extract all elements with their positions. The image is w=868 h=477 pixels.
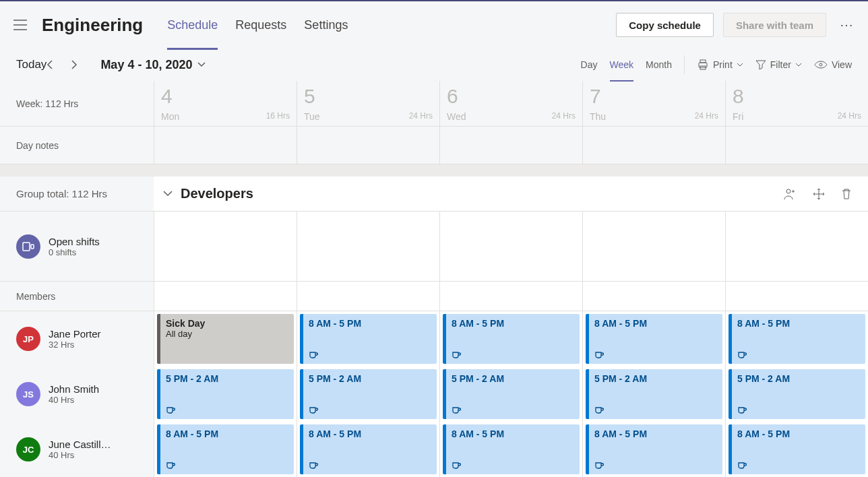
team-title: Engineering [42, 15, 143, 36]
shift-block[interactable]: 8 AM - 5 PM [300, 314, 437, 364]
shift-block[interactable]: 8 AM - 5 PM [443, 314, 580, 364]
tab-requests[interactable]: Requests [235, 1, 286, 49]
shift-label: 8 AM - 5 PM [594, 428, 717, 439]
empty-cell[interactable] [725, 282, 868, 311]
shift-block[interactable]: 5 PM - 2 AM [157, 369, 294, 419]
member-cell[interactable]: JP Jane Porter 32 Hrs [0, 311, 154, 367]
shift-cell[interactable]: 8 AM - 5 PM [725, 422, 868, 477]
shift-cell[interactable]: 5 PM - 2 AM [297, 367, 439, 422]
topbar: Engineering Schedule Requests Settings C… [0, 1, 868, 49]
filter-button[interactable]: Filter [755, 59, 802, 70]
shift-block[interactable]: 5 PM - 2 AM [728, 369, 865, 419]
open-shifts-icon [16, 234, 40, 259]
day-header[interactable]: 6 Wed 24 Hrs [439, 81, 582, 126]
add-person-icon[interactable] [783, 188, 797, 200]
subbar-right: Day Week Month Print Filter View [581, 49, 852, 81]
member-name: June Castill… [49, 439, 111, 450]
shift-cell[interactable]: 5 PM - 2 AM [154, 367, 297, 422]
empty-cell[interactable] [297, 212, 439, 281]
empty-cell[interactable] [582, 212, 725, 281]
copy-schedule-button[interactable]: Copy schedule [616, 13, 714, 37]
more-icon[interactable]: ⋯ [836, 17, 857, 33]
break-icon [737, 350, 747, 360]
share-button: Share with team [723, 13, 826, 37]
empty-cell[interactable] [439, 282, 582, 311]
tab-settings[interactable]: Settings [304, 1, 348, 49]
move-icon[interactable] [813, 188, 825, 200]
range-week[interactable]: Week [610, 49, 634, 81]
empty-cell[interactable] [582, 282, 725, 311]
break-icon [309, 406, 318, 415]
shift-block[interactable]: 8 AM - 5 PM [443, 424, 580, 474]
member-cell[interactable]: JS John Smith 40 Hrs [0, 367, 154, 422]
day-header[interactable]: 5 Tue 24 Hrs [297, 81, 439, 126]
range-day[interactable]: Day [581, 49, 598, 81]
shift-cell[interactable]: 8 AM - 5 PM [439, 422, 582, 477]
day-header-row: Week: 112 Hrs 4 Mon 16 Hrs5 Tue 24 Hrs6 … [0, 81, 868, 127]
filter-label: Filter [770, 59, 791, 70]
shift-block[interactable]: 8 AM - 5 PM [728, 314, 865, 364]
shift-block[interactable]: 8 AM - 5 PM [300, 424, 437, 474]
shift-cell[interactable]: 5 PM - 2 AM [439, 367, 582, 422]
empty-cell[interactable] [725, 127, 868, 164]
shift-cell[interactable]: 8 AM - 5 PM [439, 311, 582, 367]
shift-block[interactable]: 8 AM - 5 PM [586, 424, 722, 474]
shift-cell[interactable]: 8 AM - 5 PM [582, 311, 725, 367]
day-header[interactable]: 8 Fri 24 Hrs [725, 81, 868, 126]
shift-cell[interactable]: 8 AM - 5 PM [154, 422, 297, 477]
empty-cell[interactable] [582, 127, 725, 164]
day-notes-row: Day notes [0, 127, 868, 164]
members-label: Members [0, 282, 154, 311]
member-cell[interactable]: JC June Castill… 40 Hrs [0, 422, 154, 477]
range-month[interactable]: Month [646, 49, 672, 81]
hamburger-icon[interactable] [11, 15, 30, 34]
empty-cell[interactable] [154, 282, 297, 311]
open-shifts-cell[interactable]: Open shifts 0 shifts [0, 212, 154, 281]
empty-cell[interactable] [297, 127, 439, 164]
break-icon [309, 461, 318, 470]
range-tabs: Day Week Month [581, 49, 672, 81]
date-caret-icon[interactable] [197, 62, 206, 67]
day-header[interactable]: 4 Mon 16 Hrs [154, 81, 297, 126]
members-header: Members [0, 282, 868, 311]
day-header[interactable]: 7 Thu 24 Hrs [582, 81, 725, 126]
break-icon [594, 461, 604, 470]
date-range[interactable]: May 4 - 10, 2020 [100, 58, 192, 72]
shift-cell[interactable]: 5 PM - 2 AM [582, 367, 725, 422]
tab-schedule[interactable]: Schedule [167, 1, 218, 49]
shift-block[interactable]: 8 AM - 5 PM [728, 424, 865, 474]
shift-cell[interactable]: Sick DayAll day [154, 311, 297, 367]
shift-block[interactable]: 8 AM - 5 PM [586, 314, 722, 364]
print-button[interactable]: Print [697, 59, 743, 71]
avatar: JC [16, 437, 40, 462]
break-icon [166, 461, 175, 470]
delete-icon[interactable] [841, 188, 852, 200]
today-button[interactable]: Today [16, 58, 46, 71]
empty-cell[interactable] [154, 127, 297, 164]
shift-cell[interactable]: 8 AM - 5 PM [725, 311, 868, 367]
shift-cell[interactable]: 8 AM - 5 PM [297, 311, 439, 367]
group-total: Group total: 112 Hrs [0, 177, 154, 211]
view-button[interactable]: View [814, 59, 852, 70]
prev-week-button[interactable] [46, 59, 71, 70]
empty-cell[interactable] [439, 212, 582, 281]
week-total: Week: 112 Hrs [0, 81, 154, 126]
shift-label: 5 PM - 2 AM [452, 373, 574, 384]
shift-block[interactable]: Sick DayAll day [157, 314, 294, 364]
svg-rect-6 [31, 245, 34, 249]
day-hours: 16 Hrs [266, 111, 290, 121]
empty-cell[interactable] [297, 282, 439, 311]
shift-cell[interactable]: 5 PM - 2 AM [725, 367, 868, 422]
shift-block[interactable]: 5 PM - 2 AM [586, 369, 722, 419]
group-header[interactable]: Developers [154, 177, 868, 211]
eye-icon [814, 60, 828, 69]
next-week-button[interactable] [71, 59, 95, 70]
empty-cell[interactable] [154, 212, 297, 281]
shift-cell[interactable]: 8 AM - 5 PM [582, 422, 725, 477]
shift-cell[interactable]: 8 AM - 5 PM [297, 422, 439, 477]
empty-cell[interactable] [439, 127, 582, 164]
empty-cell[interactable] [725, 212, 868, 281]
shift-block[interactable]: 5 PM - 2 AM [443, 369, 580, 419]
shift-block[interactable]: 5 PM - 2 AM [300, 369, 437, 419]
shift-block[interactable]: 8 AM - 5 PM [157, 424, 294, 474]
